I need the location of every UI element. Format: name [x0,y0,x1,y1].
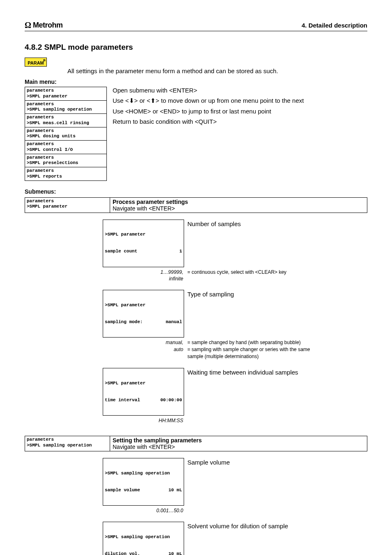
param-note [186,506,367,508]
param-description: Type of sampling [184,290,367,298]
param-description: Waiting time between individual samples [184,368,367,377]
param-description: Solvent volume for dilution of sample [184,522,367,530]
main-menu-list: parameters >SMPL parameter parameters >S… [25,87,107,181]
param-value: 10 mL [168,551,182,555]
submenus-label: Submenus: [25,188,367,195]
param-value: 00:00:00 [160,398,182,403]
menu-item: parameters >SMPL control I/O [25,141,107,154]
menu-item: parameters >SMPL dosing units [25,127,107,141]
param-range: manual, auto [103,338,186,353]
param-display: >SMPL sampling operation dilution vol. 1… [103,522,184,555]
info-line: Return to basic condition with <QUIT> [113,118,367,125]
param-line1: >SMPL sampling operation [105,534,182,540]
param-row: >SMPL sampling operation dilution vol. 1… [103,522,367,555]
param-key-b: B [43,58,46,62]
param-line1: >SMPL parameter [105,232,182,238]
param-display: >SMPL sampling operation sample volume 1… [103,458,184,506]
param-range-row: HH:MM:SS [103,416,367,424]
param-line1: >SMPL parameter [105,303,182,308]
param-display: >SMPL parameter sample count 1 [103,220,184,267]
omega-icon: Ω [25,21,31,30]
submenu-header: parameters >SMPL sampling operation Sett… [25,436,367,451]
info-line: Use <⬇> or <⬆> to move down or up from o… [113,97,367,104]
param-range-row: 1…99999, infinite = continuous cycle, se… [103,268,367,283]
param-row: >SMPL parameter time interval 00:00:00 W… [103,368,367,416]
menu-item: parameters >SMPL parameter [25,87,107,101]
page-header: Ω Metrohm 4. Detailed description [25,21,367,31]
param-label: sampling mode: [105,319,143,325]
param-range-row: manual, auto = sample changed by hand (w… [103,338,367,361]
param-line1: >SMPL sampling operation [105,471,182,476]
info-line: Open submenu with <ENTER> [113,87,367,94]
menu-item: parameters >SMPL reports [25,167,107,181]
submenu-header-left: parameters >SMPL sampling operation [25,436,110,451]
param-note: = sample changed by hand (with separatin… [186,338,367,361]
submenu-header-left: parameters >SMPL parameter [25,198,110,213]
param-label: time interval [105,398,140,403]
param-row: >SMPL parameter sampling mode: manual Ty… [103,290,367,338]
submenu-header-right: Setting the sampling parameters Navigate… [110,436,367,451]
menu-item: parameters >SMPL sampling operation [25,101,107,114]
main-menu-info: Open submenu with <ENTER> Use <⬇> or <⬆>… [113,87,367,128]
param-key-label: PARAM [28,60,44,65]
param-value: 10 mL [168,488,182,493]
menu-item: parameters >SMPL preselections [25,154,107,168]
param-row: >SMPL parameter sample count 1 Number of… [103,220,367,267]
submenu-header: parameters >SMPL parameter Process param… [25,197,367,213]
submenu-title: Setting the sampling parameters [113,437,202,444]
param-line1: >SMPL parameter [105,381,182,386]
submenu-nav: Navigate with <ENTER> [113,205,175,212]
param-label: sample volume [105,488,140,493]
brand-text: Metrohm [33,21,63,30]
param-key-icon: B PARAM [25,58,47,67]
param-display: >SMPL parameter time interval 00:00:00 [103,368,184,416]
param-row: >SMPL sampling operation sample volume 1… [103,458,367,506]
main-menu-label: Main menu: [25,79,367,85]
param-note [186,416,367,418]
param-note: = continuous cycle, select with <CLEAR> … [186,268,367,277]
heading-4-8-2: 4.8.2 SMPL mode parameters [25,43,367,52]
param-range-row: 0.001…50.0 [103,506,367,514]
param-range: 0.001…50.0 [103,506,186,514]
brand-logo: Ω Metrohm [25,21,63,30]
submenu-nav: Navigate with <ENTER> [113,444,175,450]
intro-text: All settings in the parameter menu form … [67,58,367,74]
param-description: Sample volume [184,458,367,467]
menu-item: parameters >SMPL meas.cell rinsing [25,114,107,127]
info-line: Use <HOME> or <END> to jump to first or … [113,108,367,115]
param-description: Number of samples [184,220,367,228]
param-label: sample count [105,249,137,254]
section-title: 4. Detailed description [302,22,367,29]
submenu-header-right: Process parameter settings Navigate with… [110,198,367,213]
param-range: 1…99999, infinite [103,268,186,283]
param-value: 1 [179,249,182,254]
param-range: HH:MM:SS [103,416,186,424]
param-display: >SMPL parameter sampling mode: manual [103,290,184,338]
param-value: manual [166,319,182,325]
param-label: dilution vol. [105,551,140,555]
submenu-title: Process parameter settings [113,199,188,205]
